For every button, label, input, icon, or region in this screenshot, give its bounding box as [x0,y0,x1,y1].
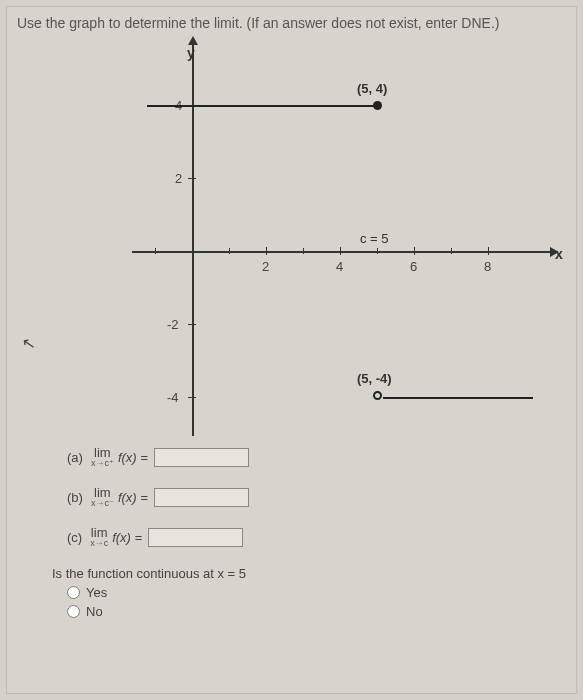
radio-yes-label: Yes [86,585,107,600]
radio-no-label: No [86,604,103,619]
question-text: Use the graph to determine the limit. (I… [17,15,566,31]
cursor-icon: ↖ [20,333,36,354]
fx-b: f(x) = [118,490,148,505]
tick-x [266,247,267,255]
tick-y [188,397,196,398]
part-b-row: (b) lim x→c⁻ f(x) = [67,486,566,508]
segment-upper [147,105,377,107]
graph: y x 2 4 6 8 2 4 -2 -4 (5, 4) (5, -4) [97,41,507,441]
answers-block: (a) lim x→c⁺ f(x) = (b) lim x→c⁻ f(x) = … [67,446,566,548]
tick-x-minor [451,248,452,254]
fx-c: f(x) = [112,530,142,545]
tick-label-y2: 2 [175,171,182,186]
tick-label-x4: 4 [336,259,343,274]
y-axis-label: y [187,45,195,61]
radio-no[interactable] [67,605,80,618]
radio-yes-row: Yes [67,585,566,600]
tick-x-minor [377,248,378,254]
part-a-label: (a) [67,450,83,465]
answer-input-a[interactable] [154,448,249,467]
part-c-label: (c) [67,530,82,545]
tick-x-minor [155,248,156,254]
point-closed [373,101,382,110]
point-label-lower: (5, -4) [357,371,392,386]
segment-lower [383,397,533,399]
x-axis-label: x [555,246,563,262]
fx-a: f(x) = [118,450,148,465]
tick-label-x8: 8 [484,259,491,274]
tick-label-x2: 2 [262,259,269,274]
tick-label-yn4: -4 [167,390,179,405]
answer-input-c[interactable] [148,528,243,547]
y-axis [192,41,194,436]
tick-y [188,324,196,325]
tick-label-x6: 6 [410,259,417,274]
tick-x [414,247,415,255]
tick-x [488,247,489,255]
c-label: c = 5 [360,231,389,246]
x-axis [132,251,552,253]
tick-x-minor [303,248,304,254]
tick-label-yn2: -2 [167,317,179,332]
point-open [373,391,382,400]
part-b-label: (b) [67,490,83,505]
continuous-question: Is the function continuous at x = 5 [52,566,566,581]
answer-input-b[interactable] [154,488,249,507]
y-arrow-icon [188,36,198,45]
radio-no-row: No [67,604,566,619]
tick-x-minor [229,248,230,254]
part-c-row: (c) lim x→c f(x) = [67,526,566,548]
problem-container: Use the graph to determine the limit. (I… [6,6,577,694]
point-label-upper: (5, 4) [357,81,387,96]
lim-a: lim x→c⁺ [91,446,114,468]
tick-y [188,178,196,179]
radio-yes[interactable] [67,586,80,599]
tick-x [340,247,341,255]
lim-b: lim x→c⁻ [91,486,114,508]
part-a-row: (a) lim x→c⁺ f(x) = [67,446,566,468]
lim-c: lim x→c [90,526,108,548]
